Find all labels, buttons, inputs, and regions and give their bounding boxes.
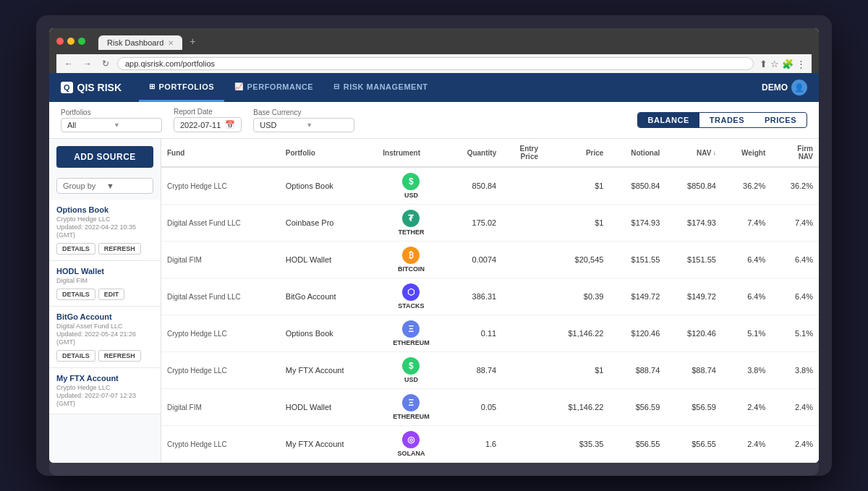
col-quantity: Quantity <box>446 139 503 167</box>
source-details-button[interactable]: DETAILS <box>56 289 95 300</box>
cell-entry-price <box>502 389 544 426</box>
base-currency-select[interactable]: USD ▼ <box>253 118 354 132</box>
cell-weight: 7.4% <box>722 205 771 242</box>
col-fund: Fund <box>161 139 280 167</box>
nav-portfolios-label: PORTFOLIOS <box>159 82 215 91</box>
source-details-button[interactable]: DETAILS <box>56 350 95 362</box>
coin-icon: Ξ <box>402 320 420 338</box>
source-item[interactable]: My FTX Account Crypto Hedge LLC Updated:… <box>49 368 161 414</box>
tab-close-button[interactable]: ✕ <box>168 39 174 47</box>
maximize-window-button[interactable] <box>78 38 85 45</box>
add-source-button[interactable]: ADD SOURCE <box>56 146 153 168</box>
view-toggle: BALANCE TRADES PRICES <box>637 112 807 128</box>
share-icon[interactable]: ⬆ <box>760 59 767 69</box>
col-price: Price <box>544 139 609 167</box>
cell-weight: 2.4% <box>722 389 771 426</box>
nav-sort-icon: ↓ <box>712 149 716 156</box>
source-name: BitGo Account <box>56 312 153 321</box>
group-by-select[interactable]: Group by ▼ <box>56 178 153 194</box>
cell-entry-price <box>502 205 544 242</box>
cell-nav: $149.72 <box>665 278 722 315</box>
coin-icon: Ξ <box>402 394 420 411</box>
cell-firm-nav: 2.4% <box>771 389 819 426</box>
cell-notional: $88.74 <box>609 352 665 389</box>
source-sub2: Updated: 2022-07-07 12:23 <box>56 392 153 399</box>
nav-risk-management[interactable]: ⊟ RISK MANAGEMENT <box>323 73 438 102</box>
browser-actions: ⬆ ☆ 🧩 ⋮ <box>760 59 806 69</box>
source-refresh-button[interactable]: REFRESH <box>98 350 141 362</box>
bookmark-icon[interactable]: ☆ <box>770 59 779 69</box>
cell-entry-price <box>502 352 544 389</box>
portfolios-filter: Portfolios All ▼ <box>61 108 162 132</box>
active-tab[interactable]: Risk Dashboard ✕ <box>98 35 182 50</box>
back-button[interactable]: ← <box>62 57 75 70</box>
balance-toggle-button[interactable]: BALANCE <box>638 113 699 127</box>
cell-weight: 5.1% <box>722 315 771 352</box>
coin-label: TETHER <box>398 229 424 236</box>
col-portfolio: Portfolio <box>280 139 378 167</box>
cell-fund: Crypto Hedge LLC <box>161 352 280 389</box>
cell-firm-nav: 6.4% <box>771 278 819 315</box>
nav-performance[interactable]: 📈 PERFORMANCE <box>224 73 323 102</box>
nav-portfolios[interactable]: ⊞ PORTFOLIOS <box>139 73 224 102</box>
cell-notional: $56.59 <box>609 389 665 426</box>
cell-price: $1,146.22 <box>544 315 609 352</box>
minimize-window-button[interactable] <box>67 38 75 45</box>
col-firm-nav: FirmNAV <box>771 139 819 167</box>
group-by-arrow-icon: ▼ <box>106 182 147 190</box>
close-window-button[interactable] <box>56 38 64 45</box>
table-row: Crypto Hedge LLC Options Book Ξ ETHEREUM… <box>161 315 819 352</box>
cell-nav: $56.55 <box>665 426 722 463</box>
report-date-input[interactable]: 2022-07-11 📅 <box>174 117 242 132</box>
nav-risk-label: RISK MANAGEMENT <box>344 82 428 91</box>
traffic-lights <box>56 38 85 45</box>
col-notional: Notional <box>609 139 665 167</box>
url-bar[interactable]: app.qisrisk.com/portfolios <box>117 57 754 70</box>
portfolios-select[interactable]: All ▼ <box>61 118 162 132</box>
cell-fund: Crypto Hedge LLC <box>161 426 280 463</box>
menu-icon[interactable]: ⋮ <box>796 59 806 69</box>
cell-nav: $850.84 <box>665 167 722 205</box>
source-item[interactable]: BitGo Account Digital Asset Fund LLC Upd… <box>49 307 161 368</box>
prices-toggle-button[interactable]: PRICES <box>754 113 807 127</box>
cell-price: $1,146.22 <box>544 389 609 426</box>
portfolios-arrow-icon: ▼ <box>114 121 156 129</box>
source-details-button[interactable]: DETAILS <box>56 243 95 255</box>
table-row: Crypto Hedge LLC My FTX Account ◎ SOLANA… <box>161 426 819 463</box>
source-refresh-button[interactable]: REFRESH <box>98 243 141 255</box>
cell-firm-nav: 3.8% <box>771 352 819 389</box>
coin-icon: $ <box>402 173 420 190</box>
col-nav: NAV ↓ <box>665 139 722 167</box>
source-item[interactable]: Options Book Crypto Hedge LLC Updated: 2… <box>49 200 161 261</box>
group-by-label: Group by <box>63 182 103 190</box>
new-tab-button[interactable]: + <box>184 33 201 50</box>
cell-portfolio: HODL Wallet <box>280 389 378 426</box>
tab-bar: Risk Dashboard ✕ + <box>98 33 812 50</box>
cell-notional: $151.55 <box>609 242 665 278</box>
cell-instrument: $ USD <box>377 352 445 389</box>
app-container: Q QIS RISK ⊞ PORTFOLIOS 📈 PERFORMANCE ⊟ … <box>49 73 819 463</box>
demo-button[interactable]: DEMO 👤 <box>762 80 807 95</box>
refresh-button[interactable]: ↻ <box>100 57 111 70</box>
source-name: HODL Wallet <box>56 267 153 276</box>
table-row: Digital Asset Fund LLC BitGo Account ⬡ S… <box>161 278 819 315</box>
extensions-icon[interactable]: 🧩 <box>782 59 793 69</box>
source-item[interactable]: HODL Wallet Digital FIM DETAILSEDIT <box>49 261 161 307</box>
col-instrument: Instrument <box>377 139 445 167</box>
cell-weight: 6.4% <box>722 278 771 315</box>
report-date-value: 2022-07-11 <box>180 121 221 129</box>
cell-nav: $56.59 <box>665 389 722 426</box>
forward-button[interactable]: → <box>81 57 94 70</box>
coin-label: USD <box>404 192 418 199</box>
currency-arrow-icon: ▼ <box>306 121 348 129</box>
source-list: Options Book Crypto Hedge LLC Updated: 2… <box>49 200 161 463</box>
cell-notional: $56.55 <box>609 426 665 463</box>
table-header-row: Fund Portfolio Instrument Quantity Entry… <box>161 139 819 167</box>
cell-nav: $151.55 <box>665 242 722 278</box>
user-avatar: 👤 <box>791 80 807 95</box>
coin-label: STACKS <box>398 302 424 309</box>
source-actions: DETAILSEDIT <box>56 289 153 300</box>
source-edit-button[interactable]: EDIT <box>98 289 125 300</box>
trades-toggle-button[interactable]: TRADES <box>699 113 754 127</box>
address-bar-row: ← → ↻ app.qisrisk.com/portfolios ⬆ ☆ 🧩 ⋮ <box>56 54 812 73</box>
